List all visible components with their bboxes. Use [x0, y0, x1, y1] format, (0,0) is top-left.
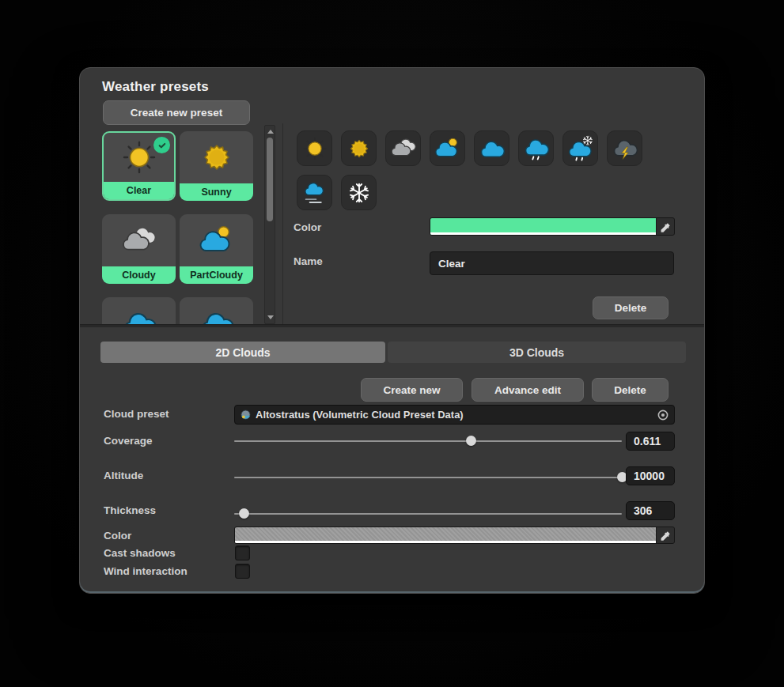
- coverage-value[interactable]: 0.611: [626, 432, 675, 451]
- preset-card-cloudy[interactable]: Cloudy: [102, 214, 176, 284]
- palette-rain-cloud-button[interactable]: [518, 130, 554, 166]
- palette-blue-cloud-button[interactable]: [474, 130, 509, 166]
- palette-storm-cloud-button[interactable]: [607, 130, 642, 166]
- alpha-strip: [235, 541, 656, 543]
- palette-sun-button[interactable]: [297, 130, 332, 166]
- delete-preset-button[interactable]: Delete: [593, 296, 668, 319]
- eyedropper-icon: [660, 221, 671, 232]
- altitude-value[interactable]: 10000: [626, 466, 675, 485]
- cloud-color-swatch[interactable]: [235, 527, 656, 543]
- cloud-preset-label: Cloud preset: [104, 408, 169, 420]
- cast-shadows-checkbox[interactable]: [235, 545, 250, 561]
- scroll-up-icon[interactable]: [267, 130, 274, 134]
- selected-check-icon: [153, 137, 170, 153]
- preset-name-label: Name: [294, 255, 323, 267]
- sun-icon: [301, 135, 328, 162]
- coverage-label: Coverage: [104, 435, 153, 447]
- create-new-cloud-button[interactable]: Create new: [361, 378, 463, 402]
- eyedropper-button[interactable]: [656, 218, 674, 235]
- fog-cloud-icon: [301, 179, 328, 206]
- cloud-preset-value: Altostratus (Volumetric Cloud Preset Dat…: [256, 409, 657, 421]
- wind-interaction-checkbox[interactable]: [235, 564, 250, 579]
- preset-name-input[interactable]: [430, 251, 674, 275]
- altitude-label: Altitude: [104, 470, 143, 481]
- wind-interaction-label: Wind interaction: [104, 565, 187, 577]
- snowflake-icon: [346, 179, 373, 206]
- thickness-slider[interactable]: [234, 513, 622, 515]
- delete-cloud-button[interactable]: Delete: [592, 378, 668, 402]
- palette-sunburst-button[interactable]: [341, 130, 377, 166]
- cloud-sun-icon: [434, 135, 461, 162]
- scrollbar-thumb[interactable]: [267, 138, 273, 221]
- palette-snow-cloud-button[interactable]: [562, 130, 598, 166]
- gray-clouds-icon: [102, 214, 176, 266]
- list-separator: [282, 123, 283, 324]
- eyedropper-button[interactable]: [656, 527, 674, 543]
- cloud-preset-dropdown[interactable]: Altostratus (Volumetric Cloud Preset Dat…: [234, 405, 675, 425]
- gray-clouds-icon: [390, 135, 417, 162]
- alpha-strip: [430, 232, 656, 235]
- cloud-sun-icon: [180, 214, 253, 266]
- preset-card-clear[interactable]: Clear: [102, 131, 176, 201]
- storm-cloud-icon: [612, 135, 638, 162]
- cloud-color-field[interactable]: [234, 527, 675, 544]
- weather-icon-palette: [297, 130, 661, 210]
- preset-card-clipped[interactable]: [180, 297, 253, 324]
- preset-label: Clear: [104, 182, 174, 199]
- preset-label: Sunny: [180, 183, 253, 201]
- palette-cloud-sun-button[interactable]: [430, 130, 465, 166]
- tab-3d-clouds[interactable]: 3D Clouds: [388, 342, 686, 363]
- object-picker-icon[interactable]: [657, 409, 669, 421]
- coverage-slider-handle[interactable]: [466, 436, 476, 446]
- altitude-slider[interactable]: [234, 477, 622, 478]
- palette-snowflake-button[interactable]: [341, 175, 377, 210]
- rain-cloud-icon: [523, 135, 550, 162]
- preset-card-sunny[interactable]: Sunny: [180, 131, 253, 201]
- section-divider: [80, 324, 704, 327]
- preset-color-swatch[interactable]: [430, 218, 656, 235]
- sunburst-icon: [180, 131, 253, 183]
- preset-card-partcloudy[interactable]: PartCloudy: [180, 214, 253, 284]
- cloud-color-label: Color: [104, 530, 131, 542]
- preset-card-clipped[interactable]: [102, 297, 176, 324]
- cast-shadows-label: Cast shadows: [104, 547, 176, 559]
- blue-cloud-icon: [102, 297, 176, 324]
- snow-cloud-icon: [567, 135, 594, 162]
- blue-cloud-icon: [479, 135, 506, 162]
- thickness-label: Thickness: [104, 504, 156, 516]
- scroll-down-icon[interactable]: [267, 315, 274, 319]
- weather-presets-panel: Weather presets Create new preset Clear …: [79, 67, 705, 594]
- preset-color-label: Color: [294, 221, 321, 233]
- thickness-slider-handle[interactable]: [239, 508, 249, 519]
- preset-list: Clear Sunny Cloudy PartCloudy: [100, 128, 259, 324]
- preset-label: Cloudy: [102, 266, 176, 284]
- eyedropper-icon: [660, 530, 671, 541]
- panel-title: Weather presets: [102, 79, 209, 95]
- palette-gray-clouds-button[interactable]: [385, 130, 421, 166]
- create-new-preset-button[interactable]: Create new preset: [103, 100, 250, 125]
- coverage-slider[interactable]: [234, 440, 622, 442]
- preset-label: PartCloudy: [180, 266, 253, 284]
- volumetric-asset-icon: [240, 409, 252, 421]
- preset-list-scrollbar[interactable]: [264, 125, 275, 324]
- sunburst-icon: [346, 135, 373, 162]
- blue-cloud-icon: [180, 297, 253, 324]
- advance-edit-button[interactable]: Advance edit: [472, 378, 584, 402]
- preset-color-field[interactable]: [430, 217, 675, 236]
- tab-2d-clouds[interactable]: 2D Clouds: [100, 342, 385, 363]
- palette-fog-cloud-button[interactable]: [297, 175, 332, 210]
- thickness-value[interactable]: 306: [626, 501, 675, 520]
